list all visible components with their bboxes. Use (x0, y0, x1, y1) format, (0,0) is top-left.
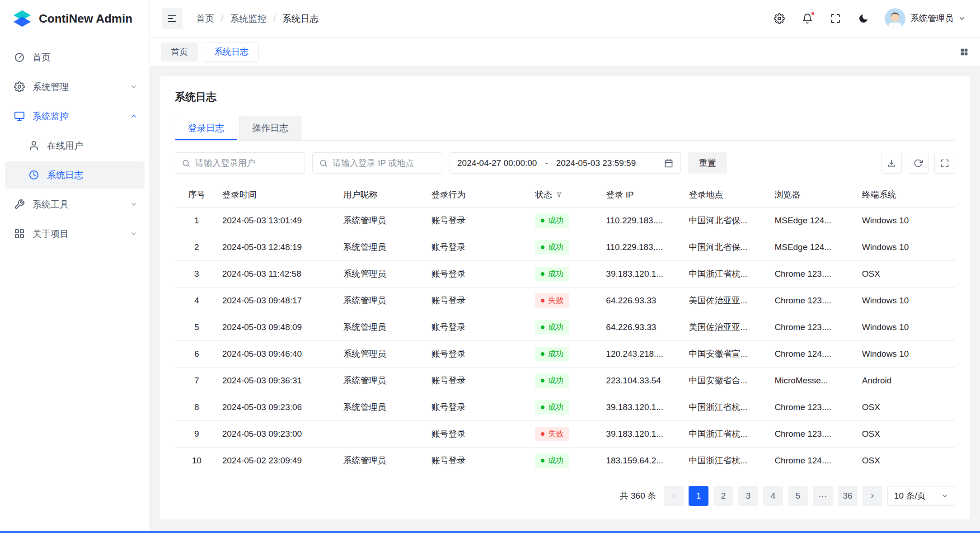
cell-index: 4 (175, 287, 219, 314)
cell-browser: Chrome 123.... (771, 314, 858, 340)
app-root: ContiNew Admin 首页 系统管理 系统监控 在线用户 (0, 0, 980, 533)
gear-icon (14, 81, 25, 92)
column-header: 浏览器 (771, 183, 858, 207)
page-number-button[interactable]: 2 (713, 486, 733, 506)
page-number-button[interactable]: 3 (738, 486, 758, 506)
tab-home[interactable]: 首页 (161, 42, 198, 61)
status-badge: 成功 (535, 400, 569, 415)
cell-nickname: 系统管理员 (339, 287, 427, 314)
page-number-button[interactable]: 4 (763, 486, 783, 506)
cell-nickname: 系统管理员 (339, 234, 427, 260)
breadcrumb-item[interactable]: 系统监控 (230, 13, 267, 25)
cell-location: 美国佐治亚亚... (685, 287, 771, 314)
export-download-button[interactable] (881, 153, 902, 174)
cell-browser: MSEdge 124... (771, 234, 858, 260)
page-number-button[interactable]: 5 (788, 486, 808, 506)
table-body: 12024-05-03 13:01:49系统管理员账号登录成功110.229.1… (175, 207, 955, 474)
cell-action: 账号登录 (428, 207, 532, 234)
status-dot-icon (541, 459, 544, 462)
table-row: 82024-05-03 09:23:06系统管理员账号登录成功39.183.12… (175, 394, 955, 420)
reset-button[interactable]: 重置 (688, 152, 727, 174)
fullscreen-icon[interactable] (829, 12, 842, 25)
sidebar-item-system-management[interactable]: 系统管理 (5, 73, 145, 100)
cell-status: 成功 (531, 394, 602, 420)
settings-icon[interactable] (773, 12, 786, 25)
cell-location: 中国浙江省杭... (685, 447, 771, 474)
column-label: 登录 IP (606, 189, 633, 201)
notification-bell-icon[interactable] (801, 12, 814, 25)
tab-login-log[interactable]: 登录日志 (175, 116, 237, 140)
collapse-menu-button[interactable] (162, 8, 183, 29)
column-label: 终端系统 (862, 189, 896, 201)
page-number-button[interactable]: 36 (838, 486, 858, 506)
login-ip-input[interactable] (333, 158, 436, 168)
date-separator: - (545, 158, 548, 168)
date-range-picker[interactable]: 2024-04-27 00:00:00 - 2024-05-03 23:59:5… (450, 152, 681, 174)
prev-page-button[interactable] (664, 486, 684, 506)
next-page-button[interactable] (863, 486, 882, 506)
page-size-select[interactable]: 10 条/页 (887, 486, 955, 506)
cell-os: OSX (858, 394, 955, 420)
cell-os: Android (858, 367, 955, 394)
filter-toolbar: 2024-04-27 00:00:00 - 2024-05-03 23:59:5… (175, 152, 955, 174)
cell-action: 账号登录 (428, 314, 532, 340)
cell-browser: MicroMesse... (771, 367, 858, 394)
status-badge: 失败 (535, 293, 569, 308)
sidebar-item-label: 在线用户 (47, 140, 83, 152)
bottom-accent-bar (0, 531, 980, 533)
cell-status: 失败 (531, 420, 602, 447)
pagination: 共 360 条 12345···36 10 条/页 (175, 486, 955, 506)
page-number-button[interactable]: 1 (689, 486, 708, 506)
log-type-tabs: 登录日志 操作日志 (175, 116, 955, 141)
cell-login-time: 2024-05-03 13:01:49 (219, 207, 340, 234)
sidebar-item-about-project[interactable]: 关于项目 (5, 220, 145, 247)
cell-index: 9 (175, 420, 219, 447)
cell-login-time: 2024-05-03 09:36:31 (219, 367, 340, 394)
column-label: 状态 (535, 189, 552, 201)
breadcrumb-item[interactable]: 首页 (196, 13, 214, 25)
dark-mode-moon-icon[interactable] (857, 12, 870, 25)
login-user-input[interactable] (195, 158, 298, 168)
cell-location: 中国浙江省杭... (685, 394, 771, 420)
cell-os: OSX (858, 420, 955, 447)
tab-actions-grid-icon[interactable] (959, 47, 969, 57)
cell-os: OSX (858, 447, 955, 474)
sidebar-item-system-monitor[interactable]: 系统监控 (5, 103, 145, 130)
cell-index: 8 (175, 394, 219, 420)
cell-status: 成功 (531, 234, 602, 260)
sidebar-item-home[interactable]: 首页 (5, 44, 145, 71)
date-end: 2024-05-03 23:59:59 (556, 158, 636, 168)
cell-index: 6 (175, 340, 219, 367)
tab-system-log[interactable]: 系统日志 (204, 42, 258, 61)
cell-ip: 64.226.93.33 (602, 287, 685, 314)
sidebar-item-system-log[interactable]: 系统日志 (5, 161, 145, 189)
brand: ContiNew Admin (0, 0, 150, 38)
status-dot-icon (541, 406, 544, 409)
page-number-list: 12345···36 (689, 486, 858, 506)
breadcrumb-separator: / (273, 14, 276, 24)
table-row: 92024-05-03 09:23:00账号登录失败39.183.120.1..… (175, 420, 955, 447)
tab-operation-log[interactable]: 操作日志 (239, 116, 301, 140)
table-header: 序号登录时间用户昵称登录行为状态登录 IP登录地点浏览器终端系统 (175, 183, 955, 207)
page-ellipsis-button[interactable]: ··· (813, 486, 833, 506)
sidebar-item-online-users[interactable]: 在线用户 (5, 132, 145, 159)
cell-action: 账号登录 (428, 394, 532, 420)
main-area: 首页 / 系统监控 / 系统日志 (150, 0, 980, 533)
sidebar-item-system-tools[interactable]: 系统工具 (5, 191, 145, 218)
cell-location: 中国河北省保... (685, 234, 771, 260)
cell-nickname: 系统管理员 (339, 340, 427, 367)
filter-icon[interactable] (556, 191, 563, 198)
cell-browser: Chrome 123.... (771, 287, 858, 314)
cell-browser: MSEdge 124... (771, 207, 858, 234)
sidebar-item-label: 系统监控 (33, 110, 69, 123)
table-fullscreen-button[interactable] (934, 153, 955, 174)
column-label: 登录地点 (689, 189, 723, 201)
cell-action: 账号登录 (428, 234, 532, 260)
user-menu[interactable]: 系统管理员 (885, 8, 966, 29)
cell-nickname: 系统管理员 (339, 207, 427, 234)
page-size-value: 10 条/页 (894, 490, 926, 502)
refresh-button[interactable] (908, 153, 928, 174)
table-row: 102024-05-02 23:09:49系统管理员账号登录成功183.159.… (175, 447, 955, 474)
brand-name: ContiNew Admin (39, 12, 132, 26)
status-dot-icon (541, 272, 544, 276)
